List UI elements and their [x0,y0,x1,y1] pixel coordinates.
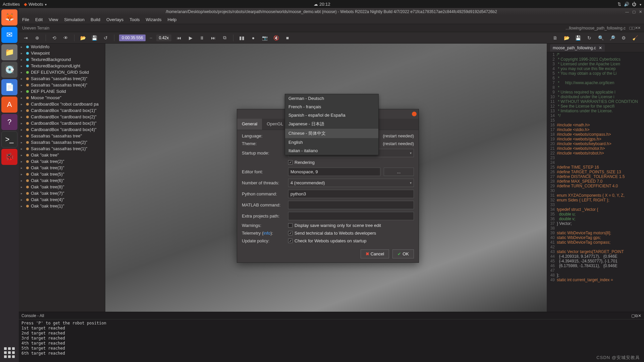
editor-tab[interactable]: moose_path_following.c ✕ [550,44,605,52]
tree-item[interactable]: ▸Oak "oak tree(2)" [19,158,105,165]
tree-item[interactable]: ▸CardboardBox "cardboard box(1)" [19,107,105,114]
menu-tools[interactable]: Tools [129,17,140,22]
telemetry-checkbox[interactable]: ✓Send technical data to Webots developer… [288,231,376,236]
tree-item[interactable]: ▸Sassafras "sassafras tree" [19,133,105,139]
disks-icon[interactable]: 💽 [1,62,17,78]
tree-item[interactable]: ▸Oak "oak tree(6)" [19,177,105,184]
minimize-button[interactable]: — [625,10,629,14]
rendering-checkbox[interactable]: ✓Rendering [288,160,315,165]
scene-tree[interactable]: ▸WorldInfo▸Viewpoint▸TexturedBackground▸… [19,44,105,312]
terminal-icon[interactable]: >_ [1,131,17,147]
close-tab-icon[interactable]: ✕ [599,46,602,50]
libreoffice-icon[interactable]: 📄 [1,79,17,95]
tab-opengl[interactable]: OpenGL [262,119,288,130]
menu-overlays[interactable]: Overlays [106,17,123,22]
lang-option[interactable]: Chinese - 简体中文 [285,129,378,138]
save-node-icon[interactable]: ⇥ [22,35,30,41]
lang-option[interactable]: English [285,138,378,146]
reset-icon[interactable]: ↺ [102,35,109,41]
console-close-button[interactable]: ✕ [638,313,641,318]
open-icon[interactable]: 📂 [79,35,87,41]
reload-icon[interactable]: ⟲ [51,35,58,41]
font-input[interactable] [288,168,380,176]
tree-item[interactable]: ▸Oak "oak tree(3)" [19,165,105,171]
language-dropdown[interactable]: German - DeutschFrench - françaisSpanish… [285,94,379,155]
menu-help[interactable]: Help [168,17,177,22]
tree-item[interactable]: ▸Viewpoint [19,50,105,56]
font-browse-button[interactable]: ... [384,168,414,176]
clock[interactable]: 20:12 [319,2,330,7]
thunderbird-icon[interactable]: ✉ [1,27,17,43]
tree-item[interactable]: ▸Sassafras "sassafras tree(2)" [19,139,105,145]
tree-item[interactable]: ▸CardboardBox "cardboard box(2)" [19,114,105,120]
tree-item[interactable]: ▸Oak "oak tree" [19,152,105,158]
maximize-button[interactable]: ▢ [632,10,636,14]
show-apps-button[interactable] [4,347,15,358]
extra-input[interactable] [288,212,414,220]
sound-icon[interactable]: 🔇 [272,35,280,41]
find-replace-icon[interactable]: 🔎 [608,35,616,41]
tree-item[interactable]: ▸CardboardBox "cardboard box(3)" [19,120,105,126]
threads-combo[interactable]: 4 (recommended)▾ [288,179,414,187]
dialog-close-button[interactable] [412,112,417,116]
tree-item[interactable]: ▸Oak "oak tree(1)" [19,203,105,209]
new-file-icon[interactable]: 🗎 [551,35,559,41]
files-icon[interactable]: 📁 [1,44,17,60]
app-menu[interactable]: ◆ Webots [24,2,47,7]
save-icon[interactable]: 💾 [91,35,98,41]
power-icon[interactable]: ⏻ [632,2,636,7]
tree-item[interactable]: ▸Oak "oak tree(4)" [19,196,105,203]
tree-item[interactable]: ▸TexturedBackground [19,56,105,63]
menu-wizards[interactable]: Wizards [146,17,162,22]
tree-item[interactable]: ▸Oak "oak tree(5)" [19,171,105,177]
menu-simulation[interactable]: Simulation [64,17,85,22]
tree-item[interactable]: ▸Oak "oak tree(7)" [19,190,105,196]
tree-item[interactable]: ▸Sassafras "sassafras tree(3)" [19,75,105,82]
tab-general[interactable]: General [237,119,262,130]
open-file-icon[interactable]: 📂 [563,35,570,41]
console-undock-button[interactable]: ⧉ [635,313,638,318]
tree-item[interactable]: ▸Oak "oak tree(8)" [19,184,105,190]
tree-item[interactable]: ▸Sassafras "sassafras tree(4)" [19,82,105,88]
menu-view[interactable]: View [49,17,58,22]
tree-item[interactable]: ▸DEF ELEVATION_GRID Solid [19,69,105,75]
build-icon[interactable]: ⚙ [620,35,627,41]
menu-file[interactable]: File [22,17,29,22]
add-node-icon[interactable]: ⊕ [34,35,41,41]
network-icon[interactable]: ⇅ [618,2,621,7]
lang-option[interactable]: German - Deutsch [285,94,378,103]
code-editor[interactable]: moose_path_following.c ✕ 1/*2 * Copyrigh… [547,44,644,312]
close-button[interactable]: ✕ [639,10,642,14]
volume-icon[interactable]: 🔊 [624,2,629,7]
tree-item[interactable]: ▸DEF PLANE Solid [19,88,105,95]
cancel-button[interactable]: ✖Cancel [361,249,389,258]
help-icon[interactable]: ? [1,114,17,130]
tree-item[interactable]: ▸Sassafras "sassafras tree(1)" [19,145,105,152]
warnings-checkbox[interactable]: Display save warning only for scene tree… [288,223,381,228]
tree-item[interactable]: ▸TexturedBackgroundLight [19,63,105,69]
lang-option[interactable]: French - français [285,103,378,111]
editor-max-button[interactable]: ▢ [629,26,632,30]
console-output[interactable]: Press 'P' to get the robot position1st t… [19,319,644,357]
pause-icon[interactable]: ⏸ [198,35,206,41]
menu-build[interactable]: Build [91,17,100,22]
activities-button[interactable]: Activities [3,2,20,7]
update-checkbox[interactable]: ✓Check for Webots updates on startup [288,238,366,243]
play-icon[interactable]: ▶ [187,35,194,41]
firefox-icon[interactable]: 🦊 [1,9,17,25]
telemetry-info-link[interactable]: info [263,231,270,236]
editor-close-button[interactable]: ✕ [635,26,638,30]
lang-option[interactable]: Italian - italiano [285,146,378,155]
stop-icon[interactable]: ■ [284,35,291,41]
menu-edit[interactable]: Edit [35,17,43,22]
view-icon[interactable]: 👁 [62,35,69,41]
movie-icon[interactable]: ▮▮ [238,35,246,41]
record-icon[interactable]: ● [250,35,257,41]
save-file-icon[interactable]: 💾 [574,35,582,41]
tree-item[interactable]: ▸CardboardBox "cardboard box(4)" [19,126,105,133]
refresh-icon[interactable]: ↻ [586,35,593,41]
clean-icon[interactable]: 🧹 [631,35,639,41]
tree-item[interactable]: ▸Moose "moose" [19,95,105,101]
tree-item[interactable]: ▸WorldInfo [19,44,105,50]
rewind-icon[interactable]: ⏮ [175,35,183,41]
